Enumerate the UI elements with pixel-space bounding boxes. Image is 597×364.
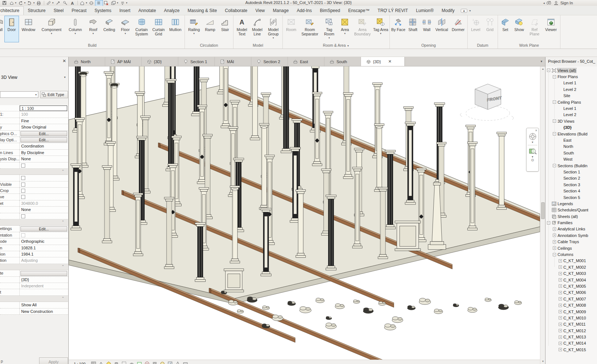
expand-icon[interactable]: +: [559, 284, 562, 288]
chevron-down-icon[interactable]: ▼: [33, 2, 35, 4]
door-button[interactable]: Door: [4, 16, 19, 42]
close-icon[interactable]: ✕: [535, 129, 537, 132]
chevron-down-icon[interactable]: ▼: [50, 32, 53, 35]
properties-help-link[interactable]: p: [1, 359, 3, 363]
tree-item-c_kt_m013[interactable]: +C_KT_M013: [545, 334, 597, 340]
drawing-area[interactable]: FRONT ✕ ▼ ▼ ⊖ 1 : 100: [69, 66, 540, 364]
property-value-input[interactable]: 1 : 100: [20, 106, 67, 111]
collapse-icon[interactable]: −: [553, 119, 556, 123]
detail-level-icon[interactable]: [91, 361, 96, 364]
property-edit-button[interactable]: Edit...: [20, 131, 67, 136]
curtain-grid-button[interactable]: Curtain Grid: [150, 16, 167, 42]
view-tab-section-2[interactable]: Section 2: [251, 57, 288, 66]
wall-button[interactable]: Wall▼: [0, 16, 4, 42]
scale-control[interactable]: 1 : 100: [74, 362, 85, 364]
property-section-header[interactable]: ⌃: [0, 296, 68, 302]
expand-icon[interactable]: +: [559, 336, 562, 339]
tree-item-ceiling-plans[interactable]: −Ceiling Plans: [545, 99, 597, 105]
ribbon-tab-manage[interactable]: Manage: [269, 7, 293, 15]
tree-item-c_kt_m011[interactable]: +C_KT_M011: [545, 321, 597, 327]
chevron-down-icon[interactable]: ▼: [126, 2, 128, 4]
collapse-icon[interactable]: −: [553, 164, 556, 167]
wall-button[interactable]: Wall: [420, 16, 434, 42]
chevron-down-icon[interactable]: ▼: [24, 2, 26, 4]
tree-item-level-1[interactable]: Level 1: [545, 80, 597, 86]
tree-item-c_kt_m002[interactable]: +C_KT_M002: [545, 264, 597, 270]
property-value[interactable]: Coordination: [20, 143, 68, 149]
undo-icon[interactable]: [17, 0, 24, 6]
tree-item-sheets-all-[interactable]: Sheets (all): [545, 213, 597, 219]
chevron-down-icon[interactable]: ▼: [272, 37, 274, 39]
zoom-out-icon[interactable]: ⊖: [531, 158, 534, 162]
thin-lines-icon[interactable]: [95, 0, 103, 6]
chevron-down-icon[interactable]: ▼: [124, 32, 126, 35]
tree-item-section-4[interactable]: Section 4: [545, 188, 597, 194]
tree-item-c_kt_m008[interactable]: +C_KT_M008: [545, 302, 597, 308]
close-icon[interactable]: ✕: [62, 59, 66, 63]
ribbon-tab-bimspeed[interactable]: BimSpeed: [316, 7, 344, 15]
temporary-hide-isolate-icon[interactable]: [152, 361, 157, 364]
chevron-down-icon[interactable]: ▼: [117, 2, 119, 4]
ribbon-tab-massing-site[interactable]: Massing & Site: [184, 7, 221, 15]
by-face-button[interactable]: By Face: [391, 16, 406, 42]
expand-icon[interactable]: +: [559, 342, 562, 345]
expand-icon[interactable]: +: [559, 316, 562, 319]
property-checkbox[interactable]: [21, 176, 25, 180]
expand-icon[interactable]: +: [559, 348, 562, 351]
window-button[interactable]: Window: [19, 16, 38, 42]
curtain-system-button[interactable]: Curtain System: [133, 16, 150, 42]
zoom-icon[interactable]: [528, 147, 537, 156]
ribbon-tab-structure[interactable]: Structure: [24, 7, 50, 15]
chevron-down-icon[interactable]: ▼: [328, 37, 330, 39]
expand-icon[interactable]: +: [553, 227, 556, 231]
component-button[interactable]: Component▼: [38, 16, 65, 42]
model-group-button[interactable]: Model Group▼: [265, 16, 282, 42]
visual-style-icon[interactable]: [98, 361, 104, 364]
chevron-down-icon[interactable]: ▼: [531, 156, 534, 158]
ribbon-tab-precast[interactable]: Precast: [68, 7, 91, 15]
view-tab-list-icon[interactable]: ▼: [538, 60, 545, 63]
property-checkbox[interactable]: [21, 214, 25, 218]
floor-button[interactable]: Floor▼: [118, 16, 133, 42]
property-value[interactable]: New Construction: [20, 309, 68, 314]
tree-item-elevations-build[interactable]: −Elevations (Build: [545, 131, 597, 137]
default-3d-view-icon[interactable]: [79, 0, 86, 6]
ribbon-tab-lumion-[interactable]: Lumion®: [412, 7, 438, 15]
tree-item-site[interactable]: Site: [545, 93, 597, 99]
area-button[interactable]: Area▼: [338, 16, 352, 42]
show-crop-region-icon[interactable]: [137, 361, 142, 364]
collapse-icon[interactable]: −: [553, 100, 556, 104]
scrollbar-thumb[interactable]: [541, 202, 545, 219]
customize-qat-icon[interactable]: [119, 0, 126, 6]
property-value[interactable]: Fine: [20, 118, 68, 124]
property-value[interactable]: 1984.1: [20, 251, 68, 257]
expand-icon[interactable]: +: [553, 246, 556, 250]
ribbon-tab-insert[interactable]: Insert: [115, 7, 134, 15]
chevron-down-icon[interactable]: ▼: [469, 9, 471, 12]
collapse-icon[interactable]: −: [547, 221, 550, 225]
tree-item-c_kt_m010[interactable]: +C_KT_M010: [545, 315, 597, 321]
chevron-down-icon[interactable]: ▼: [52, 2, 54, 4]
vertical-button[interactable]: Vertical: [434, 16, 450, 42]
shadows-icon[interactable]: [114, 361, 119, 364]
chevron-down-icon[interactable]: ▼: [85, 2, 88, 4]
tree-item-c_kt_m004[interactable]: +C_KT_M004: [545, 277, 597, 283]
tree-item-c_kt_m014[interactable]: +C_KT_M014: [545, 340, 597, 346]
section-icon[interactable]: [88, 0, 95, 6]
text-icon[interactable]: A: [69, 0, 76, 6]
measure-icon[interactable]: [45, 0, 53, 6]
type-selector[interactable]: ▼: [0, 91, 38, 98]
chevron-down-icon[interactable]: ▼: [35, 93, 37, 96]
roof-button[interactable]: Roof▼: [85, 16, 101, 42]
collapse-icon[interactable]: −: [553, 132, 556, 135]
expand-icon[interactable]: +: [559, 278, 562, 281]
mullion-button[interactable]: Mullion: [167, 16, 184, 42]
constraints-icon[interactable]: [183, 361, 188, 364]
tree-item-c_kt_m005[interactable]: +C_KT_M005: [545, 283, 597, 289]
chevron-down-icon[interactable]: ▼: [193, 32, 195, 35]
tag-room-button[interactable]: 1Tag Room▼: [321, 16, 338, 42]
tree-item-section-2[interactable]: Section 2: [545, 175, 597, 181]
view-tab-{3d}[interactable]: {3D}: [142, 57, 178, 66]
tree-item-legends[interactable]: Legends: [545, 200, 597, 207]
view-tab-north[interactable]: North: [69, 57, 105, 66]
